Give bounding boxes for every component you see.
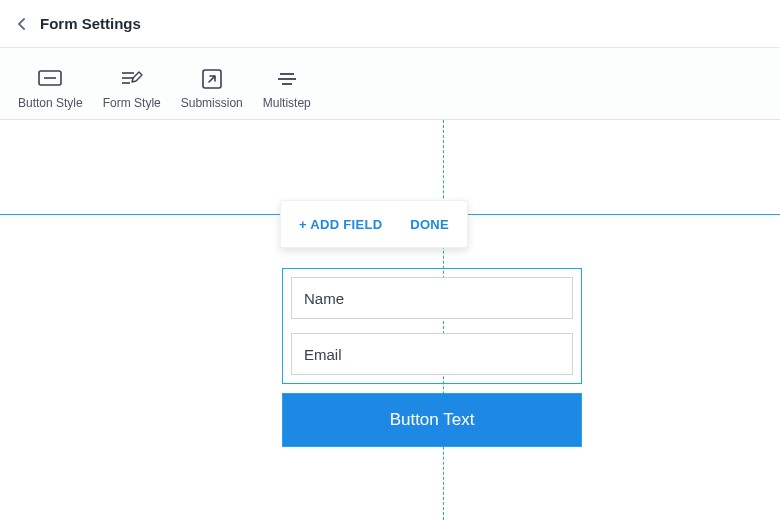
editor-canvas: + ADD FIELD DONE Name Email Button Text	[0, 120, 780, 520]
toolbar-item-label: Button Style	[18, 96, 83, 110]
settings-toolbar: Button Style Form Style Submission Multi…	[0, 48, 780, 120]
field-label: Email	[304, 346, 342, 363]
email-field[interactable]: Email	[291, 333, 573, 375]
field-label: Name	[304, 290, 344, 307]
chevron-left-icon	[17, 17, 27, 31]
toolbar-item-submission[interactable]: Submission	[171, 56, 253, 116]
submission-icon	[199, 66, 225, 92]
add-field-button[interactable]: + ADD FIELD	[299, 217, 382, 232]
back-button[interactable]	[12, 14, 32, 34]
header-bar: Form Settings	[0, 0, 780, 48]
name-field[interactable]: Name	[291, 277, 573, 319]
page-title: Form Settings	[40, 15, 141, 32]
form-fields-container[interactable]: Name Email	[282, 268, 582, 384]
multistep-icon	[274, 66, 300, 92]
done-button[interactable]: DONE	[410, 217, 449, 232]
toolbar-item-label: Submission	[181, 96, 243, 110]
submit-button[interactable]: Button Text	[282, 393, 582, 447]
toolbar-item-form-style[interactable]: Form Style	[93, 56, 171, 116]
toolbar-item-multistep[interactable]: Multistep	[253, 56, 321, 116]
toolbar-item-button-style[interactable]: Button Style	[8, 56, 93, 116]
form-style-icon	[119, 66, 145, 92]
submit-button-label: Button Text	[390, 410, 475, 430]
field-actions-popup: + ADD FIELD DONE	[280, 200, 468, 248]
button-style-icon	[37, 66, 63, 92]
toolbar-item-label: Form Style	[103, 96, 161, 110]
form-inner: Name Email	[283, 269, 581, 383]
toolbar-item-label: Multistep	[263, 96, 311, 110]
